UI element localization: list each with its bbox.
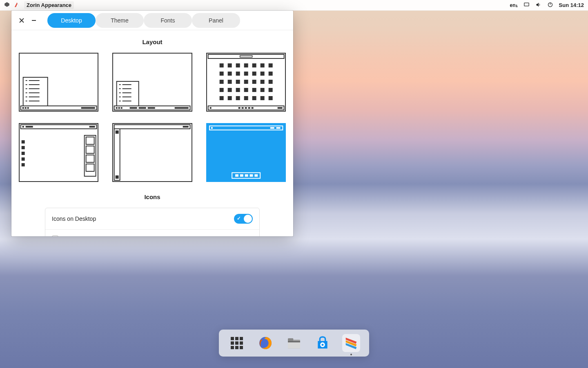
home-label: Home [238, 236, 253, 236]
svg-rect-84 [252, 96, 256, 100]
svg-rect-94 [22, 157, 25, 161]
svg-rect-72 [268, 80, 272, 84]
window-titlebar: Desktop Theme Fonts Panel [11, 11, 293, 30]
tab-fonts[interactable]: Fonts [144, 13, 192, 28]
svg-rect-90 [89, 126, 95, 128]
svg-rect-28 [139, 107, 146, 109]
dock-files[interactable] [285, 334, 303, 352]
svg-rect-9 [81, 107, 95, 109]
svg-rect-57 [260, 63, 264, 67]
svg-rect-25 [118, 107, 120, 109]
volume-icon[interactable] [535, 2, 541, 9]
app-title[interactable]: Zorin Appearance [24, 1, 74, 9]
home-checkbox[interactable] [52, 236, 58, 236]
appearance-icon [343, 335, 359, 351]
display-icon[interactable] [523, 2, 530, 9]
svg-rect-120 [288, 341, 300, 342]
svg-rect-104 [116, 130, 119, 134]
layout-option-side-dock[interactable] [19, 123, 98, 182]
svg-rect-56 [252, 63, 256, 67]
svg-rect-115 [254, 174, 258, 177]
window-content: Layout [11, 30, 293, 236]
svg-rect-64 [260, 72, 264, 76]
clock[interactable]: Sun 14:12 [559, 2, 584, 8]
svg-rect-113 [245, 174, 248, 177]
icons-on-desktop-toggle[interactable]: ✓ [234, 214, 253, 224]
dock-appearance[interactable] [342, 334, 360, 352]
keyboard-language-indicator[interactable]: en₁ [510, 2, 518, 8]
svg-rect-24 [116, 107, 118, 109]
svg-rect-26 [121, 107, 122, 109]
svg-marker-0 [4, 2, 9, 7]
svg-rect-67 [227, 80, 232, 84]
tab-group: Desktop Theme Fonts Panel [47, 13, 240, 28]
svg-rect-62 [244, 72, 248, 76]
layout-option-windows-classic[interactable] [19, 53, 98, 112]
svg-rect-43 [240, 56, 252, 57]
svg-rect-54 [236, 63, 240, 67]
tab-desktop[interactable]: Desktop [47, 13, 96, 28]
software-icon [314, 335, 331, 351]
zorin-menu-icon[interactable] [4, 2, 10, 9]
tab-panel[interactable]: Panel [192, 13, 240, 28]
files-icon [286, 335, 302, 351]
minimize-button[interactable] [28, 14, 40, 27]
svg-rect-98 [86, 146, 94, 153]
dock-software[interactable] [314, 334, 332, 352]
tab-theme[interactable]: Theme [96, 13, 144, 28]
appearance-window: Desktop Theme Fonts Panel Layout [11, 11, 293, 236]
svg-rect-111 [235, 174, 238, 177]
svg-rect-61 [236, 72, 240, 76]
svg-rect-63 [252, 72, 256, 76]
svg-rect-92 [22, 146, 25, 149]
svg-rect-77 [252, 88, 256, 92]
icons-on-desktop-label: Icons on Desktop [52, 215, 96, 222]
home-icon-row[interactable]: Home [45, 229, 259, 236]
svg-rect-78 [260, 88, 264, 92]
layout-option-gnome-dock[interactable] [206, 123, 286, 182]
svg-rect-75 [236, 88, 240, 92]
svg-rect-109 [276, 127, 280, 129]
svg-rect-86 [268, 96, 272, 100]
icons-on-desktop-row: Icons on Desktop ✓ [45, 208, 259, 229]
dock [219, 330, 369, 357]
app-grid-icon [231, 337, 243, 349]
app-icon [14, 2, 20, 9]
svg-rect-50 [251, 107, 253, 109]
dock-app-grid[interactable] [228, 334, 246, 352]
layout-option-app-grid[interactable] [206, 53, 286, 112]
power-icon[interactable] [547, 2, 553, 9]
svg-rect-107 [211, 127, 213, 129]
svg-rect-95 [22, 163, 25, 166]
svg-rect-103 [114, 129, 120, 180]
layout-grid [19, 53, 286, 182]
svg-rect-74 [227, 88, 232, 92]
svg-rect-66 [219, 80, 223, 84]
svg-rect-27 [130, 107, 137, 109]
svg-rect-101 [114, 125, 190, 129]
svg-rect-59 [219, 72, 223, 76]
svg-rect-91 [22, 140, 25, 144]
dock-firefox[interactable] [256, 334, 274, 352]
svg-rect-55 [244, 63, 248, 67]
svg-point-122 [322, 344, 324, 346]
svg-rect-7 [25, 107, 27, 109]
layout-option-windows-small[interactable] [112, 53, 192, 112]
firefox-icon [257, 335, 274, 351]
svg-rect-80 [219, 96, 223, 100]
svg-rect-29 [148, 107, 155, 109]
svg-rect-89 [26, 126, 33, 128]
svg-rect-58 [268, 63, 272, 67]
svg-rect-68 [236, 80, 240, 84]
close-button[interactable] [16, 14, 28, 27]
svg-rect-53 [227, 63, 232, 67]
svg-rect-108 [270, 127, 274, 129]
svg-rect-49 [248, 107, 250, 109]
svg-rect-42 [208, 54, 284, 58]
layout-option-unity[interactable] [112, 123, 192, 182]
svg-rect-71 [260, 80, 264, 84]
svg-rect-76 [244, 88, 248, 92]
svg-rect-52 [219, 63, 223, 67]
svg-rect-118 [288, 338, 293, 341]
svg-rect-112 [240, 174, 243, 177]
